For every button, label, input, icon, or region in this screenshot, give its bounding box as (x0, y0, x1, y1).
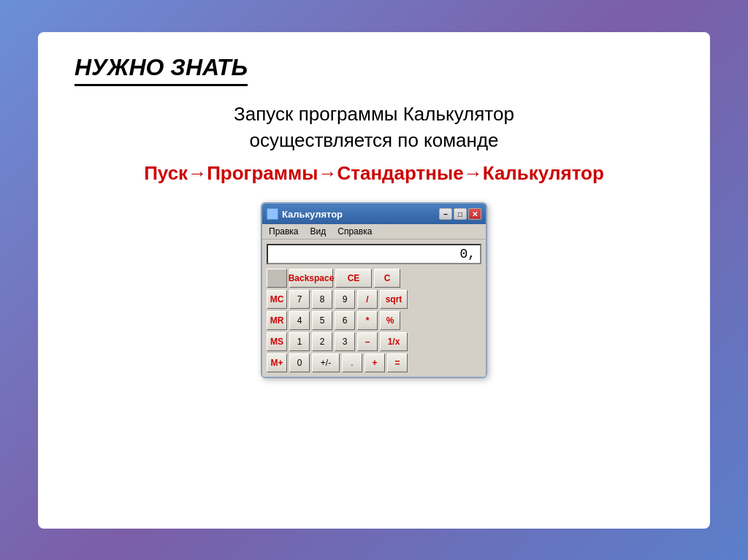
sqrt-button[interactable]: sqrt (380, 290, 408, 309)
btn-row-0: Backspace CE C (267, 269, 481, 288)
mul-button[interactable]: * (357, 311, 378, 330)
btn-3[interactable]: 3 (335, 332, 355, 351)
close-button[interactable]: ✕ (468, 208, 481, 220)
mr-button[interactable]: MR (267, 311, 287, 330)
pm-button[interactable]: +/- (312, 353, 340, 372)
btn-row-4: M+ 0 +/- . + = (267, 353, 481, 372)
description-block: Запуск программы Калькулятор осуществляе… (234, 101, 514, 154)
btn-5[interactable]: 5 (312, 311, 332, 330)
add-button[interactable]: + (365, 353, 385, 372)
btn-4[interactable]: 4 (289, 311, 310, 330)
eq-button[interactable]: = (387, 353, 408, 372)
maximize-button[interactable]: □ (454, 208, 467, 220)
inv-button[interactable]: 1/x (380, 332, 408, 351)
calc-title-left: Калькулятор (267, 208, 343, 220)
description-line2: осуществляется по команде (249, 129, 498, 151)
div-button[interactable]: / (357, 290, 378, 309)
btn-1[interactable]: 1 (289, 332, 310, 351)
btn-9[interactable]: 9 (335, 290, 355, 309)
sub-button[interactable]: – (357, 332, 378, 351)
calc-body: 0, Backspace CE C MC 7 8 9 / sq (262, 239, 486, 377)
calc-menubar: Правка Вид Справка (262, 224, 486, 239)
btn-6[interactable]: 6 (335, 311, 355, 330)
header-title: НУЖНО ЗНАТЬ (75, 54, 248, 86)
pct-button[interactable]: % (380, 311, 400, 330)
calc-titlebar: Калькулятор – □ ✕ (262, 204, 486, 224)
dot-button[interactable]: . (342, 353, 362, 372)
calculator-window: Калькулятор – □ ✕ Правка Вид Справка 0, (261, 202, 487, 378)
description-line1: Запуск программы Калькулятор (234, 103, 514, 125)
btn-8[interactable]: 8 (312, 290, 332, 309)
header-section: НУЖНО ЗНАТЬ (75, 54, 673, 86)
command-line: Пуск→Программы→Стандартные→Калькулятор (144, 162, 604, 185)
btn-row-2: MR 4 5 6 * % (267, 311, 481, 330)
ce-button[interactable]: CE (335, 269, 372, 288)
btn-0[interactable]: 0 (289, 353, 310, 372)
calc-title-text: Калькулятор (282, 209, 343, 220)
calc-display: 0, (267, 244, 481, 264)
menu-edit[interactable]: Правка (267, 226, 301, 237)
memory-placeholder (267, 269, 287, 288)
menu-help[interactable]: Справка (335, 226, 374, 237)
calc-title-buttons: – □ ✕ (439, 208, 481, 220)
btn-7[interactable]: 7 (289, 290, 310, 309)
slide: НУЖНО ЗНАТЬ Запуск программы Калькулятор… (38, 32, 710, 529)
minimize-button[interactable]: – (439, 208, 452, 220)
display-value: 0, (459, 247, 476, 261)
mc-button[interactable]: MC (267, 290, 287, 309)
calc-buttons: Backspace CE C MC 7 8 9 / sqrt MR 4 (267, 269, 481, 372)
mplus-button[interactable]: M+ (267, 353, 287, 372)
btn-row-1: MC 7 8 9 / sqrt (267, 290, 481, 309)
calc-icon (267, 208, 278, 220)
backspace-button[interactable]: Backspace (289, 269, 333, 288)
btn-2[interactable]: 2 (312, 332, 332, 351)
btn-row-3: MS 1 2 3 – 1/x (267, 332, 481, 351)
c-button[interactable]: C (374, 269, 400, 288)
ms-button[interactable]: MS (267, 332, 287, 351)
menu-view[interactable]: Вид (308, 226, 329, 237)
